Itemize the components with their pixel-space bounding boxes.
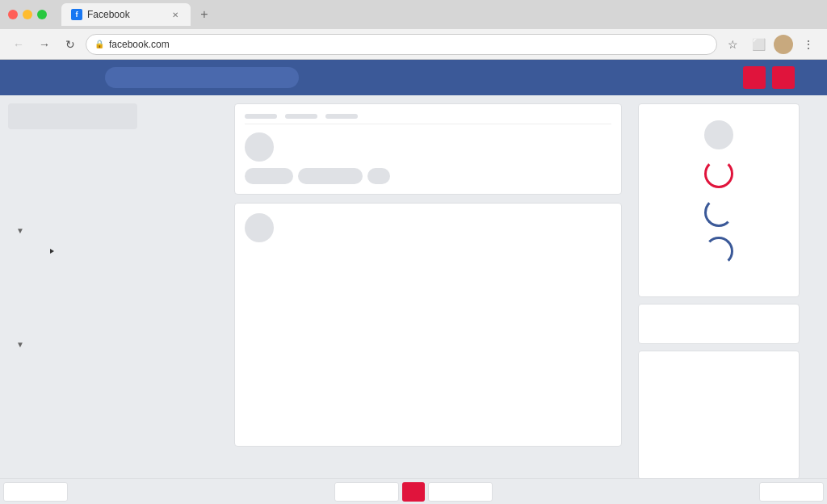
sidebar-dropdown-2[interactable]: ▼ bbox=[8, 340, 218, 349]
address-bar[interactable]: 🔒 facebook.com bbox=[86, 34, 717, 55]
spinner-container bbox=[647, 112, 791, 274]
chevron-down-icon-2: ▼ bbox=[16, 340, 24, 349]
browser-toolbar: ← → ↻ 🔒 facebook.com ☆ ⬜ ⋮ bbox=[0, 29, 827, 60]
facebook-header-icons bbox=[743, 66, 795, 89]
spinner-blue-2 bbox=[704, 237, 733, 266]
bottom-btn-1[interactable] bbox=[3, 482, 68, 502]
minimize-button[interactable] bbox=[23, 10, 32, 19]
facebook-notification-icon-2[interactable] bbox=[772, 66, 795, 89]
refresh-button[interactable]: ↻ bbox=[60, 34, 81, 55]
post-tab-1[interactable] bbox=[245, 114, 277, 119]
facebook-left-sidebar: ▼ ▼ bbox=[0, 95, 226, 478]
forward-button[interactable]: → bbox=[34, 34, 55, 55]
post-action-btn-3[interactable] bbox=[367, 168, 390, 184]
right-card-medium bbox=[638, 304, 800, 344]
maximize-button[interactable] bbox=[37, 10, 47, 19]
traffic-lights bbox=[8, 10, 47, 19]
profile-avatar[interactable] bbox=[774, 35, 793, 54]
bottom-btn-4[interactable] bbox=[759, 482, 824, 502]
tab-title: Facebook bbox=[87, 9, 130, 20]
lock-icon: 🔒 bbox=[94, 40, 104, 48]
bookmark-button[interactable]: ☆ bbox=[722, 34, 743, 55]
facebook-main: ▼ ▼ bbox=[0, 95, 827, 478]
right-card-spinners bbox=[638, 103, 800, 297]
post-content-2 bbox=[245, 242, 611, 436]
back-button[interactable]: ← bbox=[8, 34, 29, 55]
facebook-header bbox=[0, 60, 827, 95]
post-tab-3[interactable] bbox=[325, 114, 358, 119]
post-tabs bbox=[245, 114, 611, 124]
facebook-notification-icon-1[interactable] bbox=[743, 66, 766, 89]
spinner-blue-1 bbox=[704, 198, 733, 227]
facebook-right-sidebar bbox=[630, 95, 808, 478]
sidebar-profile-bar bbox=[8, 103, 137, 129]
facebook-container: ▼ ▼ bbox=[0, 60, 827, 504]
right-card-large bbox=[638, 351, 800, 478]
facebook-post-card-2 bbox=[234, 203, 622, 447]
post-avatar-1 bbox=[245, 132, 274, 162]
extensions-button[interactable]: ⬜ bbox=[748, 34, 769, 55]
post-tab-2[interactable] bbox=[285, 114, 317, 119]
browser-frame: f Facebook ✕ + ← → ↻ 🔒 facebook.com ☆ ⬜ … bbox=[0, 0, 827, 504]
spinner-red bbox=[704, 159, 733, 188]
post-action-btn-1[interactable] bbox=[245, 168, 293, 184]
tab-favicon: f bbox=[71, 9, 82, 20]
post-actions-1 bbox=[245, 168, 611, 184]
toolbar-actions: ☆ ⬜ ⋮ bbox=[722, 34, 819, 55]
bottom-btn-red[interactable] bbox=[402, 482, 425, 502]
facebook-search-box[interactable] bbox=[105, 67, 299, 88]
post-action-btn-2[interactable] bbox=[298, 168, 363, 184]
chevron-down-icon-1: ▼ bbox=[16, 226, 24, 235]
new-tab-button[interactable]: + bbox=[194, 4, 215, 25]
tab-bar: f Facebook ✕ + bbox=[61, 3, 819, 26]
facebook-bottom-bar bbox=[0, 478, 827, 504]
browser-tab-facebook[interactable]: f Facebook ✕ bbox=[61, 3, 191, 26]
tab-close-button[interactable]: ✕ bbox=[170, 9, 181, 20]
sidebar-dropdown-1[interactable]: ▼ bbox=[8, 226, 218, 235]
menu-button[interactable]: ⋮ bbox=[798, 34, 819, 55]
post-avatar-2 bbox=[245, 213, 274, 242]
facebook-post-card-1 bbox=[234, 103, 622, 195]
bottom-btn-3[interactable] bbox=[428, 482, 493, 502]
facebook-feed bbox=[226, 95, 630, 478]
close-button[interactable] bbox=[8, 10, 18, 19]
browser-titlebar: f Facebook ✕ + bbox=[0, 0, 827, 29]
spinner-gray bbox=[704, 120, 733, 149]
url-text: facebook.com bbox=[109, 39, 170, 50]
bottom-btn-2[interactable] bbox=[334, 482, 399, 502]
